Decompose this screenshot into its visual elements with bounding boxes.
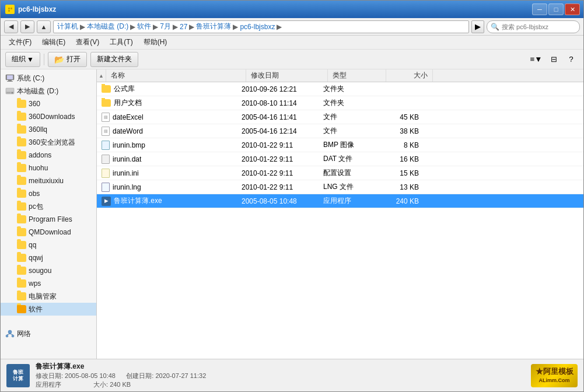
file-size-cell: 38 KB <box>377 127 424 135</box>
svg-rect-1 <box>8 8 10 9</box>
computer-icon <box>5 74 15 82</box>
svg-point-12 <box>8 330 12 334</box>
sidebar-item-huohu[interactable]: huohu <box>1 162 96 174</box>
col-header-date[interactable]: 修改日期 <box>246 69 328 82</box>
breadcrumb-pc6[interactable]: pc6-lbjsbxz <box>240 23 275 31</box>
doc-icon: ▤ <box>102 127 110 136</box>
file-type-cell: 文件 <box>319 112 377 122</box>
file-name-cell: ▤ dateWord <box>97 127 237 136</box>
sidebar-item-qq[interactable]: qq <box>1 239 96 251</box>
menu-file[interactable]: 文件(F) <box>4 36 36 48</box>
menu-bar: 文件(F) 编辑(E) 查看(V) 工具(T) 帮助(H) <box>1 36 583 50</box>
sidebar-item-qqwj[interactable]: qqwj <box>1 251 96 264</box>
sidebar-item-software[interactable]: 软件 <box>1 303 96 316</box>
views-button[interactable]: ≡▼ <box>529 52 544 67</box>
sidebar-item-addons[interactable]: addons <box>1 149 96 162</box>
menu-view[interactable]: 查看(V) <box>71 36 104 48</box>
file-name-cell: irunin.dat <box>97 155 237 164</box>
breadcrumb-software[interactable]: 软件 <box>137 22 151 32</box>
folder-icon <box>17 267 26 275</box>
file-type-cell: 配置设置 <box>319 168 377 178</box>
status-bar: 鲁班计算 鲁班计算薄.exe 修改日期: 2005-08-05 10:48 创建… <box>1 359 583 391</box>
menu-tools[interactable]: 工具(T) <box>105 36 137 48</box>
open-button[interactable]: 📂 打开 <box>48 52 87 67</box>
organize-arrow: ▼ <box>27 55 34 64</box>
dat-icon <box>102 155 110 164</box>
sidebar-folder-label: Program Files <box>29 215 72 223</box>
bmp-icon <box>102 141 110 150</box>
folder-icon <box>17 292 26 300</box>
sidebar-item-obs[interactable]: obs <box>1 187 96 200</box>
file-name-cell: ▤ dateExcel <box>97 113 237 122</box>
sidebar-item-360[interactable]: 360 <box>1 97 96 110</box>
new-folder-button[interactable]: 新建文件夹 <box>90 52 138 67</box>
breadcrumb-day[interactable]: 27 <box>180 23 187 31</box>
sidebar-item-qmdownload[interactable]: QMDownload <box>1 226 96 239</box>
table-row[interactable]: irunin.bmp 2010-01-22 9:11 BMP 图像 8 KB <box>97 138 583 152</box>
local-disk-icon <box>5 87 15 95</box>
sidebar-folder-label: qq <box>29 241 36 249</box>
folder-icon <box>102 99 111 107</box>
file-size-cell: 240 KB <box>377 197 424 205</box>
file-name: 鲁班计算薄.exe <box>114 196 162 206</box>
help-button[interactable]: ? <box>564 52 579 67</box>
sidebar-item-local-disk[interactable]: 本地磁盘 (D:) <box>1 85 96 97</box>
col-header-size[interactable]: 大小 <box>386 69 433 82</box>
minimize-button[interactable]: ─ <box>532 4 547 15</box>
go-button[interactable]: ▶ <box>471 20 484 33</box>
search-box[interactable]: 🔍 <box>487 20 580 33</box>
col-header-name[interactable]: 名称 <box>106 69 246 82</box>
organize-button[interactable]: 组织 ▼ <box>5 52 40 67</box>
title-bar-left: pc6-lbjsbxz <box>5 5 56 14</box>
table-row[interactable]: 用户文档 2010-08-10 11:14 文件夹 <box>97 96 583 110</box>
table-row[interactable]: 公式库 2010-09-26 12:21 文件夹 <box>97 82 583 96</box>
menu-help[interactable]: 帮助(H) <box>139 36 172 48</box>
svg-rect-3 <box>8 10 10 12</box>
sidebar-folder-label: huohu <box>29 164 48 172</box>
sidebar-item-network[interactable]: 网络 <box>1 327 96 340</box>
search-input[interactable] <box>502 23 576 30</box>
table-row[interactable]: ▤ dateExcel 2005-04-16 11:41 文件 45 KB <box>97 110 583 124</box>
breadcrumb-luban[interactable]: 鲁班计算薄 <box>196 22 231 32</box>
file-date-cell: 2010-01-22 9:11 <box>237 141 319 149</box>
folder-icon <box>17 177 26 185</box>
folder-icon <box>102 85 111 93</box>
sidebar-item-meituxiuxiu[interactable]: meituxiuxiu <box>1 174 96 187</box>
col-header-type[interactable]: 类型 <box>328 69 386 82</box>
table-row[interactable]: ▶ 鲁班计算薄.exe 2005-08-05 10:48 应用程序 240 KB <box>97 194 583 208</box>
sidebar-item-360llq[interactable]: 360llq <box>1 123 96 136</box>
sidebar-item-360downloads[interactable]: 360Downloads <box>1 110 96 123</box>
sidebar-item-computer-butler[interactable]: 电脑管家 <box>1 290 96 303</box>
back-button[interactable]: ◀ <box>4 20 18 33</box>
table-row[interactable]: irunin.lng 2010-01-22 9:11 LNG 文件 13 KB <box>97 180 583 194</box>
table-row[interactable]: ▤ dateWord 2005-04-16 12:14 文件 38 KB <box>97 124 583 138</box>
title-bar-controls: ─ □ ✕ <box>532 4 580 15</box>
toolbar: 组织 ▼ 📂 打开 新建文件夹 ≡▼ ⊟ ? <box>1 50 583 69</box>
up-button[interactable]: ▲ <box>37 20 51 33</box>
breadcrumb-computer[interactable]: 计算机 <box>57 22 78 32</box>
sidebar-item-wps[interactable]: wps <box>1 277 96 290</box>
maximize-button[interactable]: □ <box>548 4 564 15</box>
sidebar-item-program-files[interactable]: Program Files <box>1 213 96 226</box>
sidebar-computer-label: 系统 (C:) <box>17 74 44 83</box>
main-content: 系统 (C:) 本地磁盘 (D:) 360 360Downloads <box>1 69 583 359</box>
preview-button[interactable]: ⊟ <box>546 52 561 67</box>
status-modify-label: 修改日期: 2005-08-05 10:48 <box>36 372 116 379</box>
open-label: 打开 <box>67 54 81 64</box>
sidebar-item-sougou[interactable]: sougou <box>1 264 96 277</box>
menu-edit[interactable]: 编辑(E) <box>37 36 70 48</box>
close-button[interactable]: ✕ <box>565 4 580 15</box>
toolbar-separator <box>44 54 44 65</box>
table-row[interactable]: irunin.ini 2010-01-22 9:11 配置设置 15 KB <box>97 166 583 180</box>
file-type-cell: DAT 文件 <box>319 154 377 164</box>
sidebar-folder-label: sougou <box>29 267 51 275</box>
forward-button[interactable]: ▶ <box>20 20 34 33</box>
address-box[interactable]: 计算机 ▶ 本地磁盘 (D:) ▶ 软件 ▶ 7月 ▶ 27 ▶ 鲁班计算薄 ▶… <box>53 20 469 33</box>
sidebar-item-pc-bao[interactable]: pc包 <box>1 200 96 213</box>
breadcrumb-drive[interactable]: 本地磁盘 (D:) <box>87 22 128 32</box>
sidebar-item-360browser[interactable]: 360安全浏览器 <box>1 136 96 149</box>
table-row[interactable]: irunin.dat 2010-01-22 9:11 DAT 文件 16 KB <box>97 152 583 166</box>
sidebar-item-computer[interactable]: 系统 (C:) <box>1 72 96 85</box>
file-type-cell: 文件夹 <box>319 98 377 108</box>
breadcrumb-month[interactable]: 7月 <box>160 22 171 32</box>
